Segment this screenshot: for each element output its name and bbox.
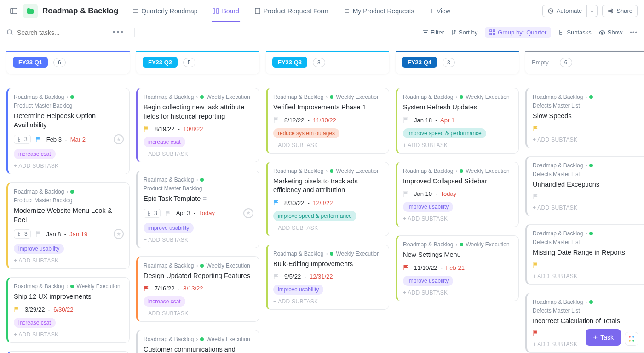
task-card[interactable]: Roadmap & Backlog› Weekly Execution New …: [396, 235, 519, 301]
task-card[interactable]: Roadmap & Backlog› Defects Master List M…: [525, 224, 644, 285]
status-dot-icon: [200, 337, 204, 341]
add-subtask-button[interactable]: + ADD SUBTASK: [273, 225, 383, 231]
tag[interactable]: improve speed & performance: [403, 128, 486, 138]
tag[interactable]: improve usability: [144, 223, 194, 233]
fab-label: Task: [600, 334, 614, 341]
column-header[interactable]: FY23 Q3 3: [266, 51, 389, 74]
task-card[interactable]: Roadmap & Backlog› Weekly Execution Mark…: [266, 162, 389, 236]
status-dot-icon: [70, 285, 74, 288]
add-subtask-button[interactable]: + ADD SUBTASK: [533, 137, 643, 143]
card-list: Roadmap & Backlog› Weekly Execution Begi…: [136, 88, 259, 353]
more-icon[interactable]: •••: [113, 28, 124, 37]
task-card[interactable]: Roadmap & Backlog› Product Master Backlo…: [136, 171, 259, 248]
task-card[interactable]: Roadmap & Backlog› Weekly Execution Bulk…: [266, 245, 389, 310]
status-dot-icon: [460, 243, 463, 246]
add-subtask-button[interactable]: + ADD SUBTASK: [144, 151, 253, 157]
subtask-count[interactable]: 3: [14, 135, 31, 144]
task-card[interactable]: Roadmap & Backlog› Defects Master List S…: [525, 88, 644, 148]
tag[interactable]: improve speed & performance: [273, 211, 356, 221]
task-card[interactable]: Roadmap & Backlog› Weekly Execution Desi…: [136, 256, 259, 322]
tag[interactable]: improve usability: [14, 244, 64, 254]
star-icon[interactable]: ★: [243, 208, 253, 218]
column-header[interactable]: FY23 Q2 5: [136, 51, 259, 74]
svg-line-18: [11, 34, 12, 35]
add-view-button[interactable]: + View: [424, 4, 456, 18]
status-dot-icon: [70, 95, 74, 99]
subtasks-button[interactable]: Subtasks: [558, 29, 591, 36]
add-subtask-button[interactable]: + ADD SUBTASK: [533, 205, 643, 211]
add-subtask-button[interactable]: + ADD SUBTASK: [403, 216, 513, 222]
star-icon[interactable]: ★: [114, 229, 124, 239]
task-card[interactable]: Roadmap & Backlog› Weekly Execution Impr…: [396, 162, 519, 228]
tag[interactable]: improve usability: [403, 276, 453, 286]
groupby-button[interactable]: Group by: Quarter: [485, 27, 551, 38]
task-card[interactable]: Roadmap & Backlog› Product Master Backlo…: [6, 351, 130, 353]
tag[interactable]: improve usability: [273, 285, 323, 295]
add-subtask-button[interactable]: + ADD SUBTASK: [144, 237, 253, 243]
toolbar-more-icon[interactable]: •••: [630, 29, 638, 36]
add-subtask-button[interactable]: + ADD SUBTASK: [273, 298, 383, 305]
column-header[interactable]: FY23 Q1 6: [6, 51, 130, 74]
add-subtask-button[interactable]: + ADD SUBTASK: [403, 290, 513, 296]
task-card[interactable]: Roadmap & Backlog› Weekly Execution Cust…: [136, 330, 259, 353]
add-subtask-button[interactable]: + ADD SUBTASK: [273, 142, 383, 148]
view-product-request-form[interactable]: Product Request Form: [249, 5, 334, 17]
subtask-count[interactable]: 3: [14, 229, 31, 239]
breadcrumb: Roadmap & Backlog› Defects Master List: [533, 94, 643, 109]
add-subtask-button[interactable]: + ADD SUBTASK: [144, 310, 253, 317]
tag[interactable]: improve usability: [403, 202, 453, 212]
view-board[interactable]: Board: [207, 5, 244, 17]
status-dot-icon: [330, 252, 334, 256]
crumb-root: Roadmap & Backlog: [533, 162, 583, 169]
crumb-root: Roadmap & Backlog: [533, 94, 583, 100]
task-card[interactable]: Roadmap & Backlog› Weekly Execution Begi…: [136, 88, 259, 162]
add-subtask-button[interactable]: + ADD SUBTASK: [14, 163, 124, 169]
add-subtask-button[interactable]: + ADD SUBTASK: [14, 257, 124, 264]
column-header[interactable]: FY23 Q4 3: [396, 51, 519, 74]
tag[interactable]: increase csat: [144, 296, 185, 307]
card-title: New Settings Menu: [403, 251, 513, 260]
automate-button[interactable]: Automate: [542, 5, 587, 17]
star-icon[interactable]: ★: [114, 134, 124, 144]
share-button[interactable]: Share: [602, 5, 638, 17]
tag[interactable]: increase csat: [14, 318, 56, 328]
flag-icon: [35, 136, 42, 142]
view-label: Board: [222, 7, 239, 15]
crumb-root: Roadmap & Backlog: [533, 230, 583, 237]
view-quarterly-roadmap[interactable]: Quarterly Roadmap: [126, 5, 203, 17]
task-card[interactable]: Roadmap & Backlog› Weekly Execution Ship…: [6, 277, 130, 343]
tag[interactable]: increase csat: [144, 137, 185, 147]
add-subtask-button[interactable]: + ADD SUBTASK: [14, 331, 124, 338]
header: Roadmap & Backlog Quarterly Roadmap Boar…: [0, 0, 644, 22]
show-button[interactable]: Show: [599, 29, 623, 36]
new-task-button[interactable]: +Task: [586, 329, 621, 346]
breadcrumb: Roadmap & Backlog› Product Master Backlo…: [14, 188, 124, 204]
tag[interactable]: reduce system outages: [273, 128, 339, 138]
add-subtask-button[interactable]: + ADD SUBTASK: [403, 142, 513, 148]
sortby-button[interactable]: Sort by: [451, 29, 477, 36]
task-card[interactable]: Roadmap & Backlog› Weekly Execution Syst…: [396, 88, 519, 154]
task-card[interactable]: Roadmap & Backlog› Product Master Backlo…: [6, 88, 130, 174]
status-dot-icon: [70, 190, 74, 194]
subtask-count[interactable]: 3: [144, 209, 161, 218]
add-subtask-button[interactable]: + ADD SUBTASK: [533, 273, 643, 279]
card-title: Unhandled Exceptions: [533, 180, 643, 189]
crumb-root: Roadmap & Backlog: [14, 94, 64, 100]
filter-button[interactable]: Filter: [422, 29, 444, 36]
date-range: Jan 18 - Apr 1: [414, 117, 454, 124]
crumb-root: Roadmap & Backlog: [144, 262, 194, 269]
view-my-product-requests[interactable]: My Product Requests: [338, 5, 420, 17]
apps-button[interactable]: [625, 332, 638, 346]
eye-icon: [599, 30, 605, 35]
automate-dropdown[interactable]: [587, 5, 598, 17]
column-header[interactable]: Empty 6: [525, 51, 644, 74]
task-card[interactable]: Roadmap & Backlog› Weekly Execution Veri…: [266, 88, 389, 154]
tag[interactable]: increase csat: [14, 149, 56, 159]
svg-rect-0: [11, 8, 17, 14]
column-count: 6: [53, 58, 66, 67]
sidebar-toggle-icon[interactable]: [6, 4, 21, 18]
search-input[interactable]: [17, 29, 100, 36]
folder-icon[interactable]: [23, 4, 38, 18]
task-card[interactable]: Roadmap & Backlog› Defects Master List U…: [525, 156, 644, 216]
task-card[interactable]: Roadmap & Backlog› Product Master Backlo…: [6, 182, 130, 269]
